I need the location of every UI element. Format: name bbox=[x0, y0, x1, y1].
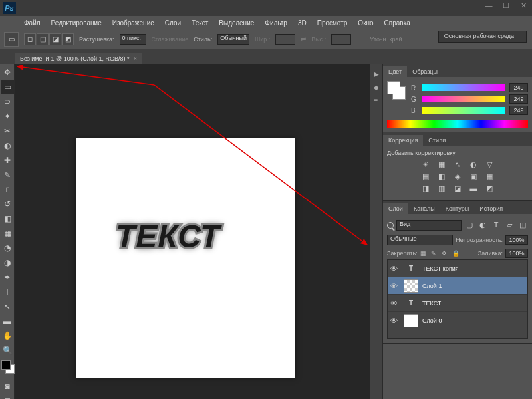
slider-b[interactable] bbox=[422, 107, 505, 114]
tab-swatches[interactable]: Образцы bbox=[407, 66, 443, 77]
path-tool[interactable]: ↖ bbox=[1, 300, 14, 313]
adj-gradient-icon[interactable]: ▬ bbox=[468, 184, 479, 194]
layer-thumb[interactable] bbox=[404, 279, 418, 293]
adj-exposure-icon[interactable]: ◐ bbox=[468, 160, 479, 170]
layer-thumb-type-icon[interactable]: T bbox=[404, 297, 418, 310]
eyedropper-tool[interactable]: ◐ bbox=[1, 139, 14, 152]
visibility-toggle-icon[interactable]: 👁 bbox=[390, 282, 400, 290]
type-tool[interactable]: T bbox=[1, 285, 14, 299]
layer-thumb[interactable] bbox=[404, 314, 418, 327]
filter-adjust-icon[interactable]: ◐ bbox=[477, 221, 488, 230]
tab-layers[interactable]: Слои bbox=[383, 203, 408, 214]
refine-edge-button[interactable]: Уточн. край... bbox=[370, 36, 407, 43]
layer-row[interactable]: 👁Слой 1 bbox=[388, 277, 527, 295]
adj-lookup-icon[interactable]: ▦ bbox=[484, 172, 495, 182]
adj-photo-filter-icon[interactable]: ◈ bbox=[452, 172, 463, 182]
lock-pixels-icon[interactable]: ✎ bbox=[431, 250, 439, 257]
slider-r[interactable] bbox=[422, 84, 505, 91]
lock-all-icon[interactable]: 🔒 bbox=[452, 250, 460, 257]
opacity-input[interactable]: 100% bbox=[505, 235, 528, 245]
expand-dock-icon[interactable]: ▶ bbox=[371, 70, 382, 81]
filter-type-icon[interactable]: T bbox=[491, 221, 501, 230]
channel-value[interactable]: 249 bbox=[509, 106, 528, 115]
slider-g[interactable] bbox=[422, 96, 505, 102]
wand-tool[interactable]: ✦ bbox=[1, 110, 14, 123]
menu-просмотр[interactable]: Просмотр bbox=[313, 18, 352, 28]
dodge-tool[interactable]: ◑ bbox=[1, 256, 14, 269]
layer-name[interactable]: ТЕКСТ копия bbox=[422, 265, 459, 272]
layer-row[interactable]: 👁Слой 0 bbox=[388, 312, 527, 329]
style-select[interactable]: Обычный bbox=[217, 34, 249, 45]
selection-add-icon[interactable]: ◫ bbox=[37, 33, 49, 45]
dock-icon-2[interactable]: ≡ bbox=[371, 97, 382, 108]
stamp-tool[interactable]: ⎍ bbox=[1, 183, 14, 196]
document-tab[interactable]: Без имени-1 @ 100% (Слой 1, RGB/8) * × bbox=[15, 53, 142, 64]
channel-value[interactable]: 249 bbox=[509, 94, 528, 104]
lock-position-icon[interactable]: ✥ bbox=[442, 250, 450, 257]
tab-history[interactable]: История bbox=[474, 203, 508, 214]
pen-tool[interactable]: ✒ bbox=[1, 271, 14, 284]
blend-mode-select[interactable]: Обычные bbox=[387, 235, 453, 245]
menu-окно[interactable]: Окно bbox=[354, 18, 377, 28]
canvas-area[interactable]: ТЕКСТ ТЕКСТ bbox=[15, 64, 370, 399]
adj-posterize-icon[interactable]: ▥ bbox=[436, 184, 447, 194]
layer-thumb-type-icon[interactable]: T bbox=[404, 262, 418, 275]
layer-row[interactable]: 👁TТЕКСТ bbox=[388, 295, 527, 312]
close-tab-icon[interactable]: × bbox=[134, 55, 137, 62]
tab-adjustments[interactable]: Коррекция bbox=[383, 135, 423, 146]
adj-selective-icon[interactable]: ◩ bbox=[484, 184, 495, 194]
adj-hue-icon[interactable]: ▤ bbox=[420, 172, 431, 182]
adj-vibrance-icon[interactable]: ▽ bbox=[484, 160, 495, 170]
adj-brightness-icon[interactable]: ☀ bbox=[420, 160, 431, 170]
screenmode-tool[interactable]: ⊞ bbox=[1, 394, 14, 399]
filter-smart-icon[interactable]: ◫ bbox=[517, 221, 528, 230]
antialias-checkbox[interactable]: Сглаживание bbox=[152, 36, 189, 43]
layer-name[interactable]: Слой 1 bbox=[422, 283, 442, 289]
feather-input[interactable]: 0 пикс. bbox=[120, 34, 146, 45]
visibility-toggle-icon[interactable]: 👁 bbox=[390, 265, 400, 273]
eraser-tool[interactable]: ◧ bbox=[1, 212, 14, 225]
selection-new-icon[interactable]: ◻ bbox=[24, 33, 36, 45]
maximize-button[interactable]: ☐ bbox=[500, 1, 512, 11]
color-preview[interactable] bbox=[387, 81, 407, 101]
tab-color[interactable]: Цвет bbox=[383, 66, 407, 77]
adj-invert-icon[interactable]: ◨ bbox=[420, 184, 431, 194]
workspace-switcher[interactable]: Основная рабочая среда bbox=[438, 31, 527, 43]
menu-редактирование[interactable]: Редактирование bbox=[47, 18, 106, 28]
crop-tool[interactable]: ✂ bbox=[1, 124, 14, 138]
hue-strip[interactable] bbox=[387, 120, 528, 128]
tool-preset-icon[interactable]: ▭ bbox=[4, 32, 19, 47]
visibility-toggle-icon[interactable]: 👁 bbox=[390, 299, 400, 307]
minimize-button[interactable]: — bbox=[483, 1, 495, 11]
marquee-tool[interactable]: ▭ bbox=[1, 80, 14, 94]
color-swatches[interactable] bbox=[1, 360, 13, 376]
filter-shape-icon[interactable]: ▱ bbox=[504, 221, 515, 230]
layer-filter-select[interactable]: Вид bbox=[396, 220, 462, 231]
tab-styles[interactable]: Стили bbox=[423, 135, 451, 146]
menu-фильтр[interactable]: Фильтр bbox=[261, 18, 291, 28]
adj-levels-icon[interactable]: ▦ bbox=[436, 160, 447, 170]
history-brush-tool[interactable]: ↺ bbox=[1, 198, 14, 211]
fill-input[interactable]: 100% bbox=[505, 249, 528, 258]
canvas[interactable]: ТЕКСТ ТЕКСТ bbox=[76, 138, 295, 378]
zoom-tool[interactable]: 🔍 bbox=[1, 344, 14, 357]
blur-tool[interactable]: ◔ bbox=[1, 241, 14, 255]
quickmask-tool[interactable]: ◙ bbox=[1, 380, 14, 393]
layer-name[interactable]: ТЕКСТ bbox=[422, 300, 441, 307]
tab-channels[interactable]: Каналы bbox=[408, 203, 440, 214]
layer-row[interactable]: 👁TТЕКСТ копия bbox=[388, 260, 527, 277]
menu-файл[interactable]: Файл bbox=[20, 18, 45, 28]
selection-intersect-icon[interactable]: ◩ bbox=[62, 33, 74, 45]
close-button[interactable]: ✕ bbox=[517, 1, 529, 11]
menu-изображение[interactable]: Изображение bbox=[108, 18, 158, 28]
move-tool[interactable]: ✥ bbox=[1, 66, 14, 79]
menu-3d[interactable]: 3D bbox=[294, 18, 311, 28]
tab-paths[interactable]: Контуры bbox=[440, 203, 474, 214]
brush-tool[interactable]: ✎ bbox=[1, 168, 14, 182]
visibility-toggle-icon[interactable]: 👁 bbox=[390, 317, 400, 325]
text-layer[interactable]: ТЕКСТ bbox=[116, 218, 220, 255]
adj-threshold-icon[interactable]: ◪ bbox=[452, 184, 463, 194]
healing-tool[interactable]: ✚ bbox=[1, 154, 14, 167]
filter-pixel-icon[interactable]: ▢ bbox=[464, 221, 475, 230]
gradient-tool[interactable]: ▦ bbox=[1, 227, 14, 240]
